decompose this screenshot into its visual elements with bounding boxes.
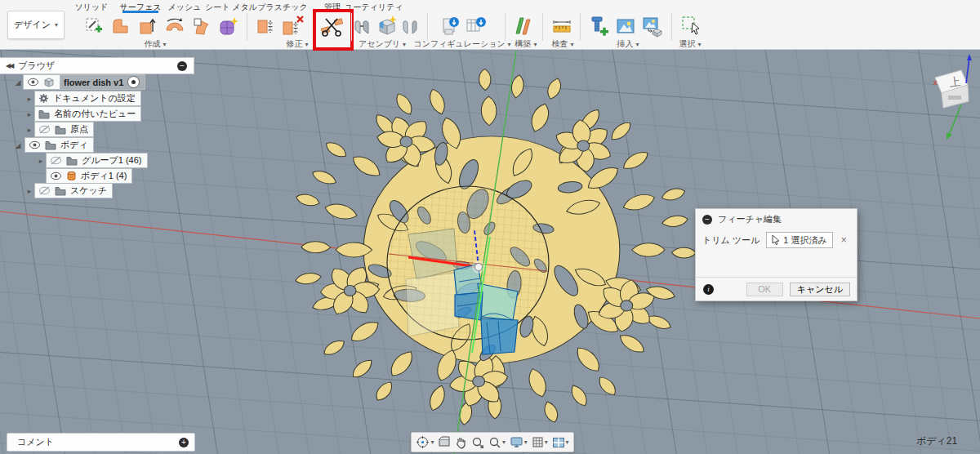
viewports-button[interactable]: ▾ [552,437,569,448]
surface-preview-patch[interactable] [406,273,459,336]
origin-point[interactable] [475,264,483,271]
expander-icon[interactable]: ◢ [13,141,23,149]
tab-utilities[interactable]: ユーティリティ [341,1,406,14]
insert-canvas-button[interactable] [614,13,637,39]
orbit-button[interactable]: ▾ [416,435,434,449]
feature-edit-dialog: − フィーチャ編集 トリム ツール 1 選択済み × i OK キャンセル [695,208,858,301]
measure-button[interactable] [550,13,573,39]
trim-button[interactable] [318,13,345,39]
expander-icon[interactable]: ▸ [24,187,34,195]
group-label-create[interactable]: 作成 ▾ [145,38,167,50]
form-button[interactable] [216,13,242,39]
group-label-construct[interactable]: 構築 ▾ [515,38,537,50]
chevron-down-icon: ▾ [524,438,528,446]
collapse-panel-icon[interactable]: ◀◀ [6,62,12,69]
expander-icon[interactable]: ▸ [36,157,46,165]
create-sketch-button[interactable] [82,13,106,39]
folder-icon [55,125,66,135]
tree-row-named-views[interactable]: ▸ 名前の付いたビュー [24,107,141,121]
expander-icon[interactable]: ◢ [13,78,23,87]
eye-hidden-icon[interactable] [38,185,51,196]
group-label-assemble[interactable]: アセンブリ ▾ [359,38,406,50]
mirror-button[interactable] [400,13,420,39]
tab-manage[interactable]: 管理 [321,1,344,14]
eye-visible-icon[interactable] [50,171,62,181]
grid-settings-button[interactable]: ▾ [532,436,548,448]
eye-hidden-icon[interactable] [38,124,51,135]
row-label: 原点 [70,123,88,136]
group-label-inspect[interactable]: 検査 ▾ [552,38,574,50]
clear-selection-icon[interactable]: × [841,234,847,246]
group-label-select[interactable]: 選択 ▾ [679,38,702,50]
display-settings-button[interactable]: ▾ [510,436,528,448]
create-sketch-icon [84,16,104,36]
eye-hidden-icon[interactable] [50,155,62,166]
activate-component-radio[interactable] [127,76,140,88]
group-divider [542,13,543,41]
ok-button[interactable]: OK [746,283,783,296]
chevron-down-icon: ▾ [545,438,548,446]
tab-sheetmetal[interactable]: シート メタル [202,1,261,14]
eye-visible-icon[interactable] [29,140,41,150]
insert-decal-button[interactable] [640,13,665,39]
viewcube[interactable]: 上 x [919,51,980,140]
patch-button[interactable] [108,13,132,39]
pan-button[interactable] [455,436,467,449]
viewcube-face-label: 上 [948,74,961,89]
viewcube-front-text [948,96,961,100]
info-icon[interactable]: i [703,284,714,295]
zoom-button[interactable] [471,436,484,449]
group-label-configure[interactable]: コンフィギュレーション ▾ [413,38,510,50]
offset-face-icon [256,16,275,37]
offset-face-button[interactable] [254,13,277,39]
configuration-table-button[interactable] [464,13,488,39]
tree-row-sketches[interactable]: ▸ スケッチ [24,184,113,198]
stitch-button[interactable] [352,13,373,39]
configuration-button[interactable] [439,13,462,39]
tree-row-body1[interactable]: ボディ1 (4) [46,169,132,183]
pan-icon [455,436,467,449]
construction-plane-button[interactable] [513,13,534,39]
tab-mesh[interactable]: メッシュ [165,1,205,14]
select-button[interactable] [679,13,704,39]
browser-panel-header[interactable]: ◀◀ ブラウザ − [0,57,194,74]
trim-tool-label: トリム ツール [702,234,760,247]
extrude-button[interactable] [134,13,160,39]
expander-icon[interactable]: ▸ [24,95,34,103]
row-label: ボディ [60,139,88,151]
zoom-window-button[interactable]: ▾ [488,436,506,449]
tree-row-document[interactable]: ◢ flower dish v1 [13,75,145,89]
look-at-button[interactable] [438,436,451,448]
selection-chip[interactable]: 1 選択済み [766,232,832,248]
group-label-insert[interactable]: 挿入 ▾ [617,38,639,50]
comments-bar[interactable]: コメント + [7,433,195,452]
tab-solid[interactable]: ソリッド [72,1,112,14]
revolve-button[interactable] [162,13,188,39]
panel-toggle-icon[interactable]: − [177,61,187,71]
tab-plastic[interactable]: プラスチック [254,1,310,14]
document-name: flower dish v1 [64,78,123,87]
construction-plane-icon [513,15,534,38]
insert-fastener-button[interactable] [587,13,612,39]
eye-visible-icon[interactable] [27,77,39,87]
dialog-collapse-icon[interactable]: − [702,215,712,225]
unstitch-button[interactable] [279,13,307,39]
new-component-button[interactable] [375,13,399,39]
tree-row-group1[interactable]: ▸ グループ1 (46) [36,154,148,167]
cancel-button[interactable]: キャンセル [790,283,850,296]
body-icon [66,171,77,181]
tree-row-origin[interactable]: ▸ 原点 [24,122,94,136]
group-divider [671,13,672,41]
mirror-icon [401,16,419,37]
tree-row-document-settings[interactable]: ▸ ドキュメントの設定 [24,91,141,105]
z-axis-arrow [967,54,972,60]
workspace-switcher[interactable]: デザイン ▾ [7,11,65,39]
loft-button[interactable] [189,13,214,39]
chevron-down-icon: ▾ [502,438,506,446]
hover-tooltip: ボディ21 [916,434,957,448]
expander-icon[interactable]: ▸ [24,126,34,134]
tree-row-bodies[interactable]: ◢ ボディ [13,138,94,152]
add-comment-icon[interactable]: + [179,438,189,447]
expander-icon[interactable]: ▸ [24,110,34,118]
group-label-modify[interactable]: 修正 ▾ [287,38,309,50]
